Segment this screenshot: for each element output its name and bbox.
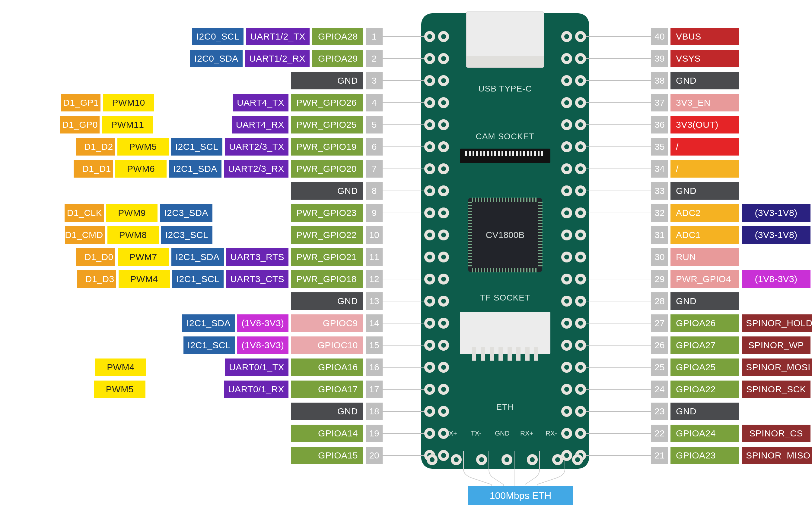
pin-function-tag: UART4_TX (233, 94, 288, 112)
pin-row-left: PWM5UART0/1_RXGPIOA1717 (94, 381, 383, 398)
pin-function-tag: PWR_GPIO4 (670, 270, 739, 288)
pin-number: 11 (366, 248, 383, 266)
board-pad (424, 97, 435, 108)
board-pad (561, 229, 572, 241)
pin-row-left: D1_CMDPWM8I2C3_SCLPWR_GPIO2210 (65, 226, 383, 244)
chip-label: CV1800B (468, 198, 542, 272)
pin-function-tag: D1_D0 (76, 248, 115, 266)
pin-function-tag: GPIOA17 (291, 381, 363, 398)
board-pad (438, 53, 449, 64)
board-pad (575, 252, 586, 262)
pin-function-tag: SPINOR_HOLD (742, 314, 812, 332)
pin-function-tag: UART1/2_RX (245, 50, 309, 67)
pin-function-tag: D1_D1 (74, 160, 113, 178)
pin-function-tag: PWM8 (107, 226, 159, 244)
board-pad (438, 340, 449, 351)
board-pad (424, 318, 435, 329)
pin-trace (383, 433, 430, 434)
pin-row-right: 22GPIOA24SPINOR_CS (651, 425, 811, 442)
pin-function-tag: PWR_GPIO21 (291, 248, 363, 266)
pin-row-right: 34/ (651, 160, 739, 178)
pin-trace (383, 102, 430, 103)
pin-function-tag: I2C1_SDA (172, 248, 224, 266)
board-pad (575, 428, 586, 439)
pin-number: 24 (651, 381, 668, 398)
pin-row-left: GND18 (291, 403, 383, 420)
pin-number: 8 (366, 182, 383, 200)
board-pad (575, 229, 586, 241)
pin-function-tag: GND (291, 292, 363, 310)
board-pad (575, 340, 586, 351)
pin-row-right: 25GPIOA25SPINOR_MOSI (651, 358, 812, 376)
pin-row-left: GND13 (291, 292, 383, 310)
board-pad (438, 141, 449, 152)
board-pad (575, 141, 586, 152)
board-pad (561, 428, 572, 439)
pin-number: 25 (651, 358, 668, 376)
pin-function-tag: GPIOA22 (670, 381, 739, 398)
pin-function-tag: GND (670, 72, 739, 89)
eth-pad (476, 454, 487, 465)
pin-row-right: 38GND (651, 72, 739, 89)
pin-function-tag: I2C1_SDA (169, 160, 222, 178)
pin-trace (581, 257, 651, 257)
pin-number: 36 (651, 116, 668, 133)
eth-pad (527, 454, 538, 465)
pin-function-tag: UART0/1_RX (224, 381, 288, 398)
board-pad (424, 31, 435, 42)
board-pad (575, 185, 586, 196)
pin-trace (383, 213, 430, 213)
board-pad (561, 163, 572, 174)
eth-pin-rxm: RX- (545, 429, 557, 437)
board-pad (438, 450, 449, 461)
pin-function-tag: D1_D3 (77, 270, 116, 288)
board-pad (424, 229, 435, 241)
eth-callout: 100Mbps ETH (468, 486, 573, 505)
pin-function-tag: SPINOR_CS (742, 425, 811, 442)
pin-trace (383, 190, 430, 191)
pin-number: 30 (651, 248, 668, 266)
pin-function-tag: PWR_GPIO18 (291, 270, 363, 288)
pin-function-tag: GPIOA15 (291, 447, 363, 464)
board-pad (575, 53, 586, 64)
pin-function-tag: 3V3_EN (670, 94, 739, 112)
pin-function-tag: (1V8-3V3) (237, 314, 288, 332)
pin-number: 15 (366, 336, 383, 354)
board-pad (438, 252, 449, 262)
pin-function-tag: UART4_RX (232, 116, 288, 133)
pin-trace (581, 213, 651, 213)
board-pad (575, 31, 586, 42)
pin-number: 26 (651, 336, 668, 354)
pin-trace (581, 169, 651, 169)
pin-row-right: 26GPIOA27SPINOR_WP (651, 336, 811, 354)
pin-row-left: D1_D1PWM6I2C1_SDAUART2/3_RXPWR_GPIO207 (74, 160, 383, 178)
pin-row-left: GPIOA1520 (291, 447, 383, 464)
pin-trace (383, 36, 430, 37)
board-pad (575, 318, 586, 329)
pin-function-tag: ADC2 (670, 204, 739, 222)
pin-row-right: 33GND (651, 182, 739, 200)
board-pad (575, 273, 586, 285)
eth-pad (552, 454, 563, 465)
pin-trace (383, 58, 430, 59)
board-pad (438, 229, 449, 241)
pin-function-tag: I2C1_SCL (184, 336, 235, 354)
pin-number: 39 (651, 50, 668, 67)
pin-trace (581, 235, 651, 235)
pin-row-right: 30RUN (651, 248, 739, 266)
eth-pad (501, 454, 512, 465)
pin-function-tag: GPIOC10 (291, 336, 363, 354)
board-pad (561, 384, 572, 395)
pin-number: 35 (651, 138, 668, 156)
board-pad (424, 273, 435, 285)
cam-socket (460, 149, 551, 163)
pin-number: 20 (366, 447, 383, 464)
pin-function-tag: I2C1_SCL (172, 270, 224, 288)
board-pad (424, 296, 435, 306)
pin-number: 3 (366, 72, 383, 89)
pin-row-left: D1_GP0PWM11UART4_RXPWR_GPIO255 (60, 116, 383, 133)
pin-trace (383, 389, 430, 390)
pin-trace (581, 301, 651, 301)
pin-function-tag: PWM6 (115, 160, 166, 178)
pin-row-right: 29PWR_GPIO4(1V8-3V3) (651, 270, 811, 288)
